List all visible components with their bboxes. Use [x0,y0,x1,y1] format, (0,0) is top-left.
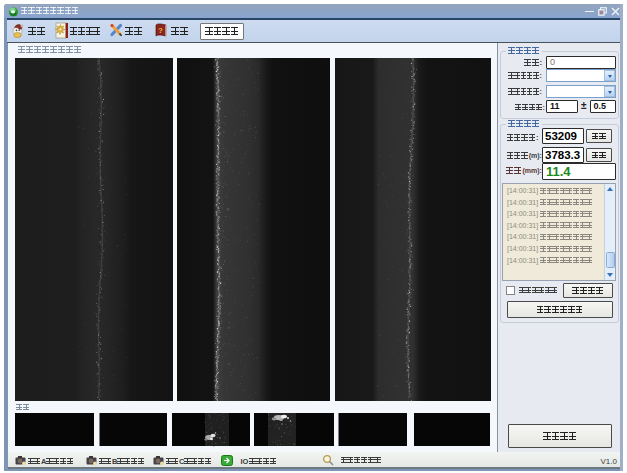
svg-text:?: ? [158,26,163,35]
